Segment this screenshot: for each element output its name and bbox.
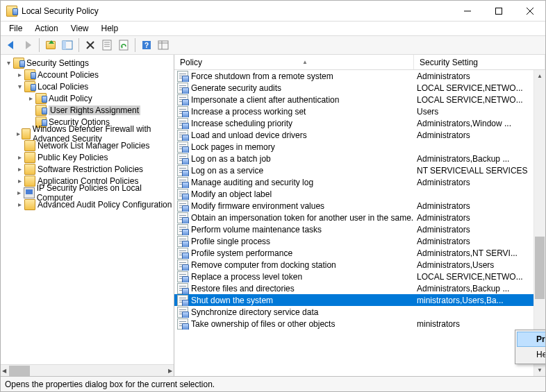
policy-icon bbox=[177, 130, 188, 141]
maximize-button[interactable] bbox=[483, 1, 514, 21]
expand-icon[interactable]: ▸ bbox=[26, 94, 35, 102]
expand-icon[interactable]: ▸ bbox=[15, 153, 24, 161]
list-row[interactable]: Modify firmware environment valuesAdmini… bbox=[174, 200, 533, 212]
list-row[interactable]: Manage auditing and security logAdminist… bbox=[174, 176, 533, 188]
scroll-thumb[interactable] bbox=[535, 237, 545, 299]
list-header: Policy ▲ Security Setting bbox=[174, 55, 545, 70]
list-row[interactable]: Shut down the systemministrators,Users,B… bbox=[174, 294, 533, 306]
column-header-setting[interactable]: Security Setting bbox=[414, 55, 545, 69]
svg-text:?: ? bbox=[144, 42, 149, 49]
menu-action[interactable]: Action bbox=[29, 22, 63, 35]
close-button[interactable] bbox=[514, 1, 545, 21]
list-cell-policy: Replace a process level token bbox=[191, 272, 302, 282]
list-row[interactable]: Increase a process working setUsers bbox=[174, 105, 533, 117]
list-cell-setting: LOCAL SERVICE,NETWO... bbox=[414, 95, 533, 105]
tree-root[interactable]: ▾ Security Settings bbox=[1, 57, 174, 69]
list-cell-policy: Profile system performance bbox=[191, 248, 292, 258]
tree-item[interactable]: ▸IP Security Policies on Local Computer bbox=[1, 187, 174, 198]
nav-forward-button[interactable] bbox=[20, 37, 35, 53]
policy-icon bbox=[177, 283, 188, 294]
expand-icon[interactable]: ▸ bbox=[15, 165, 24, 173]
tree-item-label: Network List Manager Policies bbox=[38, 141, 149, 151]
toolbar-separator bbox=[135, 38, 135, 52]
delete-button[interactable] bbox=[83, 37, 98, 53]
sort-indicator-icon: ▲ bbox=[302, 59, 308, 65]
status-text: Opens the properties dialog box for the … bbox=[5, 380, 215, 389]
list-cell-policy: Impersonate a client after authenticatio… bbox=[191, 95, 339, 105]
tree-item[interactable]: ▸Windows Defender Firewall with Advanced… bbox=[1, 128, 174, 139]
list-row[interactable]: Lock pages in memory bbox=[174, 141, 533, 153]
expand-icon[interactable]: ▸ bbox=[15, 189, 24, 196]
tree-root-label: Security Settings bbox=[26, 58, 89, 68]
tree-item[interactable]: ▸Audit Policy bbox=[1, 92, 174, 104]
expand-icon[interactable]: ▸ bbox=[15, 201, 24, 208]
expand-icon[interactable]: ▸ bbox=[15, 130, 22, 137]
minimize-button[interactable] bbox=[452, 1, 483, 21]
list-row[interactable]: Log on as a serviceNT SERVICE\ALL SERVIC… bbox=[174, 164, 533, 176]
tree-item[interactable]: ▸Public Key Policies bbox=[1, 151, 174, 163]
refresh-button[interactable] bbox=[116, 37, 131, 53]
list-row[interactable]: Obtain an impersonation token for anothe… bbox=[174, 212, 533, 223]
list-row[interactable]: Increase scheduling priorityAdministrato… bbox=[174, 117, 533, 129]
menu-file[interactable]: File bbox=[3, 22, 28, 35]
scroll-up-icon[interactable]: ▲ bbox=[534, 70, 545, 82]
column-header-setting-label: Security Setting bbox=[420, 58, 478, 67]
list-cell-policy: Load and unload device drivers bbox=[191, 130, 307, 140]
list-row[interactable]: Perform volume maintenance tasksAdminist… bbox=[174, 223, 533, 235]
list-cell-policy: Lock pages in memory bbox=[191, 142, 275, 152]
list-row[interactable]: Profile single processAdministrators bbox=[174, 235, 533, 247]
list-cell-setting: Users bbox=[414, 107, 533, 117]
context-menu-help[interactable]: Help bbox=[517, 347, 546, 362]
list-cell-setting: ministrators bbox=[414, 319, 533, 329]
list-row[interactable]: Impersonate a client after authenticatio… bbox=[174, 94, 533, 105]
svg-rect-8 bbox=[63, 41, 66, 49]
properties-button[interactable] bbox=[99, 37, 115, 53]
list-row[interactable]: Profile system performanceAdministrators… bbox=[174, 247, 533, 259]
collapse-icon[interactable]: ▾ bbox=[15, 83, 24, 90]
help-button[interactable]: ? bbox=[139, 37, 154, 53]
list-row[interactable]: Force shutdown from a remote systemAdmin… bbox=[174, 70, 533, 82]
menu-view[interactable]: View bbox=[65, 22, 94, 35]
list-body[interactable]: Force shutdown from a remote systemAdmin… bbox=[174, 70, 545, 376]
nav-back-button[interactable] bbox=[3, 37, 19, 53]
policy-icon bbox=[177, 153, 188, 164]
list-row[interactable]: Take ownership of files or other objects… bbox=[174, 318, 533, 330]
expander-icon[interactable]: ▾ bbox=[3, 59, 13, 67]
expand-icon[interactable]: ▸ bbox=[15, 177, 24, 185]
column-header-policy-label: Policy bbox=[180, 58, 202, 67]
tree-item[interactable]: ▸Advanced Audit Policy Configuration bbox=[1, 198, 174, 210]
list-cell-setting: Administrators bbox=[414, 130, 533, 140]
expand-icon[interactable]: ▸ bbox=[15, 71, 24, 78]
tree-item[interactable]: User Rights Assignment bbox=[1, 104, 174, 116]
column-header-policy[interactable]: Policy ▲ bbox=[174, 55, 414, 69]
list-row[interactable]: Restore files and directoriesAdministrat… bbox=[174, 282, 533, 294]
list-cell-setting: Administrators bbox=[414, 201, 533, 211]
export-list-button[interactable] bbox=[156, 37, 171, 53]
tree-item[interactable]: ▾Local Policies bbox=[1, 80, 174, 92]
folder-icon bbox=[24, 176, 35, 187]
folder-icon bbox=[24, 164, 35, 175]
list-row[interactable]: Generate security auditsLOCAL SERVICE,NE… bbox=[174, 82, 533, 94]
list-cell-setting: Administrators bbox=[414, 237, 533, 246]
tree-item[interactable]: ▸Software Restriction Policies bbox=[1, 163, 174, 175]
list-row[interactable]: Replace a process level tokenLOCAL SERVI… bbox=[174, 271, 533, 282]
list-row[interactable]: Modify an object label bbox=[174, 188, 533, 200]
tree-item[interactable]: ▸Account Policies bbox=[1, 69, 174, 80]
tree-item[interactable]: Network List Manager Policies bbox=[1, 139, 174, 151]
horizontal-scrollbar[interactable]: ◀▶ bbox=[1, 364, 174, 376]
titlebar: Local Security Policy bbox=[1, 1, 545, 22]
list-row[interactable]: Load and unload device driversAdministra… bbox=[174, 129, 533, 141]
list-row[interactable]: Remove computer from docking stationAdmi… bbox=[174, 259, 533, 271]
context-menu-properties[interactable]: Properties bbox=[517, 332, 546, 347]
tree-view[interactable]: ▾ Security Settings ▸Account Policies▾Lo… bbox=[1, 55, 174, 364]
window-buttons bbox=[452, 1, 545, 21]
list-row[interactable]: Synchronize directory service data bbox=[174, 306, 533, 318]
menu-help[interactable]: Help bbox=[96, 22, 124, 35]
svg-marker-5 bbox=[26, 41, 31, 49]
scroll-down-icon[interactable]: ▼ bbox=[534, 364, 545, 376]
shield-folder-icon bbox=[13, 58, 24, 69]
list-row[interactable]: Log on as a batch jobAdministrators,Back… bbox=[174, 153, 533, 164]
policy-icon bbox=[177, 224, 188, 235]
show-hide-tree-button[interactable] bbox=[60, 37, 75, 53]
up-button[interactable] bbox=[43, 37, 58, 53]
